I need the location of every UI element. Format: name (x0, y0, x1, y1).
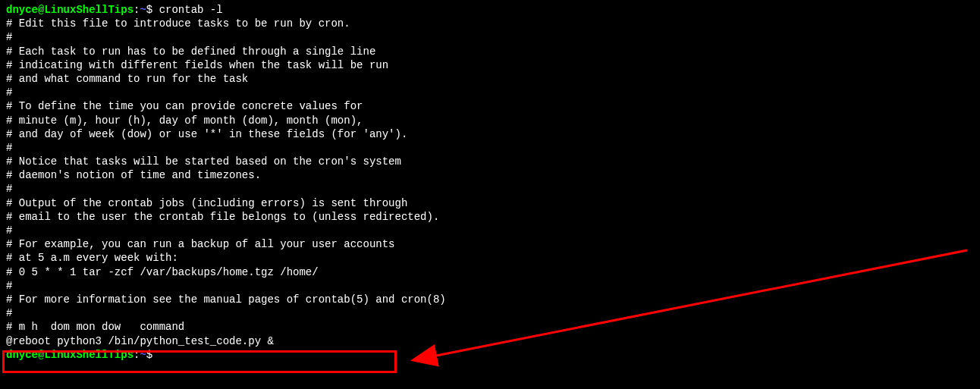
output-line: # (6, 30, 974, 44)
output-line: # email to the user the crontab file bel… (6, 210, 974, 224)
output-line: # For more information see the manual pa… (6, 293, 974, 306)
output-line: # (6, 224, 974, 237)
prompt-user: dnyce@LinuxShellTips (6, 4, 133, 16)
output-line: # (6, 86, 974, 99)
output-line: # at 5 a.m every week with: (6, 251, 974, 265)
prompt-dollar: $ (146, 349, 159, 361)
output-line: # 0 5 * * 1 tar -zcf /var/backups/home.t… (6, 265, 974, 279)
output-line: # For example, you can run a backup of a… (6, 237, 974, 251)
output-line: # Notice that tasks will be started base… (6, 155, 974, 168)
output-line: # and day of week (dow) or use '*' in th… (6, 127, 974, 141)
output-line: # Each task to run has to be defined thr… (6, 45, 974, 58)
output-line: # (6, 279, 974, 293)
prompt-path: ~ (140, 349, 146, 361)
output-line: # (6, 182, 974, 196)
prompt-user: dnyce@LinuxShellTips (6, 349, 133, 361)
output-line: # To define the time you can provide con… (6, 99, 974, 113)
prompt-line-1[interactable]: dnyce@LinuxShellTips:~$ crontab -l (6, 3, 974, 17)
output-line: # and what command to run for the task (6, 72, 974, 86)
prompt-line-2[interactable]: dnyce@LinuxShellTips:~$ (6, 348, 974, 362)
command-text: crontab -l (159, 4, 223, 16)
prompt-dollar: $ (146, 4, 159, 16)
output-line: # indicating with different fields when … (6, 58, 974, 72)
output-line-crontab-entry: @reboot python3 /bin/python_test_code.py… (6, 334, 974, 348)
output-line: # daemon's notion of time and timezones. (6, 168, 974, 182)
output-line: # (6, 141, 974, 155)
output-line: # m h dom mon dow command (6, 320, 974, 334)
output-line: # Output of the crontab jobs (including … (6, 196, 974, 210)
output-line: # Edit this file to introduce tasks to b… (6, 17, 974, 30)
output-line: # (6, 306, 974, 320)
output-line: # minute (m), hour (h), day of month (do… (6, 114, 974, 127)
prompt-path: ~ (140, 4, 146, 16)
